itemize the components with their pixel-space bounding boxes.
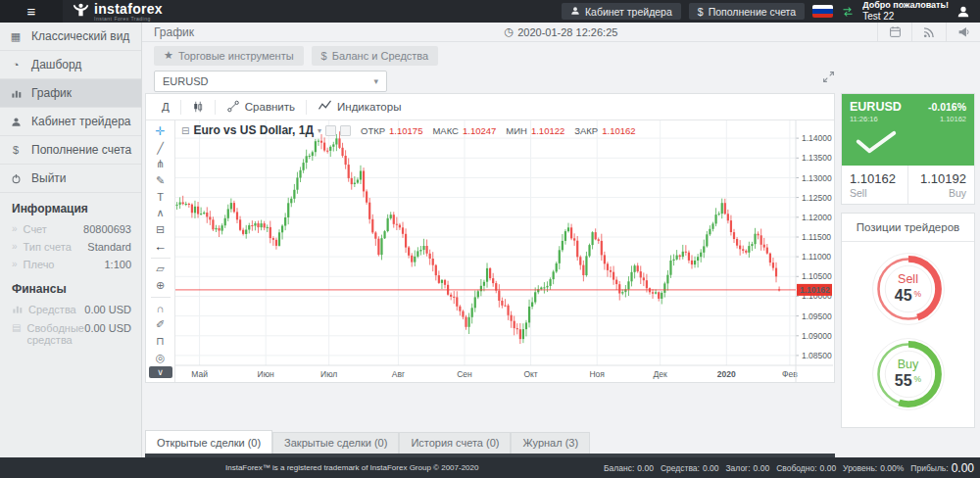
chevron-right-icon: »: [12, 259, 18, 269]
status-item-3: Свободно:0.00: [776, 463, 836, 473]
gann-tool[interactable]: ⋔: [146, 156, 174, 172]
ruler-tool[interactable]: ▱: [146, 261, 174, 277]
brand-tagline: Instant Forex Trading: [94, 17, 163, 22]
balance-funds-button[interactable]: $ Баланс и Средства: [312, 46, 439, 66]
page-title: График: [142, 23, 194, 41]
chart-type-candles-button[interactable]: [184, 100, 212, 114]
svg-text:1.09500: 1.09500: [802, 311, 832, 321]
trader-cabinet-icon: [0, 117, 31, 127]
announcements-icon[interactable]: [946, 23, 980, 41]
svg-text:Сен: Сен: [457, 369, 472, 379]
brush-tool[interactable]: ✎: [146, 172, 174, 189]
sell-quote-button[interactable]: 1.10162 Sell: [842, 166, 908, 204]
clock-icon: ◷: [505, 25, 514, 38]
magnet-tool[interactable]: ∩: [146, 301, 174, 317]
info-section-title: Информация: [0, 193, 141, 220]
sidebar-item-classic-view[interactable]: ▦Классический вид: [0, 23, 141, 51]
chevron-down-icon[interactable]: ▾: [318, 126, 321, 135]
sidebar-item-trader-cabinet[interactable]: Кабинет трейдера: [0, 108, 141, 136]
person-icon: [570, 6, 580, 18]
app: ≡ instaforex Instant Forex Trading Кабин…: [0, 0, 980, 478]
chart-area[interactable]: 1.140001.135001.130001.125001.120001.115…: [175, 120, 834, 382]
crosshair-tool[interactable]: ✛: [146, 123, 174, 140]
tab-1[interactable]: Закрытые сделки (0): [272, 432, 399, 454]
legend-visibility-button[interactable]: [325, 125, 336, 136]
dollar-icon: $: [698, 6, 704, 18]
deposit-button[interactable]: $ Пополнение счета: [689, 3, 805, 20]
tab-2[interactable]: История счета (0): [399, 432, 511, 454]
instaforex-logo-icon: [73, 2, 89, 21]
quote-header[interactable]: EURUSD -0.016% 11:26:16 1.10162: [842, 94, 974, 166]
arrow-tool[interactable]: ←: [146, 238, 174, 255]
tab-3[interactable]: Журнал (3): [511, 432, 590, 454]
eye-tool[interactable]: ◎: [146, 350, 174, 366]
chart-icon: [0, 88, 31, 99]
free-funds-icon: ▤: [12, 322, 21, 333]
tab-0[interactable]: Открытые сделки (0): [145, 430, 272, 454]
chevron-right-icon: »: [12, 223, 18, 234]
low-value: 1.10122: [531, 125, 564, 136]
trend-line-tool[interactable]: ╱: [146, 140, 174, 157]
positions-title: Позиции трейдеров: [842, 214, 974, 242]
buy-quote-button[interactable]: 1.10192 Buy: [908, 166, 974, 204]
welcome-text: Добро пожаловать! Test 22: [862, 0, 949, 23]
sidebar-item-deposit[interactable]: $Пополнение счета: [0, 136, 141, 165]
traders-positions-card: Позиции трейдеров Sell 45%: [841, 213, 975, 428]
trading-instruments-button[interactable]: ★ Торговые инструменты: [154, 46, 304, 66]
status-item-4: Уровень:0.00%: [843, 463, 904, 473]
quote-change: -0.016%: [928, 101, 966, 113]
indicators-button[interactable]: Индикаторы: [310, 100, 409, 114]
compare-button[interactable]: Сравнить: [219, 100, 303, 115]
svg-text:1.10162: 1.10162: [800, 285, 830, 295]
interval-button[interactable]: Д: [154, 101, 177, 113]
language-flag-russia[interactable]: [812, 5, 833, 18]
sidebar-item-chart[interactable]: График: [0, 79, 141, 108]
xabcd-tool[interactable]: ∧: [146, 206, 174, 222]
fullscreen-button[interactable]: [822, 70, 835, 87]
chevron-down-icon: ▾: [373, 76, 378, 86]
calendar-icon[interactable]: [877, 23, 911, 41]
main-toolbar: ★ Торговые инструменты $ Баланс и Средст…: [142, 42, 980, 69]
long-position-tool[interactable]: ⊟: [146, 221, 174, 238]
server-datetime: ◷ 2020-01-28 12:26:25: [142, 23, 980, 41]
svg-text:Июн: Июн: [258, 369, 274, 379]
top-header: ≡ instaforex Instant Forex Trading Кабин…: [0, 0, 980, 23]
menu-toggle-button[interactable]: ≡: [0, 0, 63, 23]
avatar-icon[interactable]: [956, 5, 970, 19]
quote-price: 1.10162: [940, 115, 966, 123]
swap-arrows-icon[interactable]: [841, 6, 855, 18]
drawing-lock-tool[interactable]: ✐: [146, 316, 174, 333]
quote-time: 11:26:16: [850, 115, 878, 123]
rss-icon[interactable]: [911, 23, 946, 41]
text-tool[interactable]: T: [146, 189, 174, 206]
collapse-toolbar-button[interactable]: ∨: [149, 366, 172, 379]
candlestick-chart[interactable]: 1.140001.135001.130001.125001.120001.115…: [175, 120, 833, 382]
status-item-2: Залог:0.00: [725, 463, 769, 473]
info-section: Информация »Счет80800693»Тип счетаStanda…: [0, 193, 141, 273]
checkmark-icon: [850, 123, 966, 164]
svg-text:1.13500: 1.13500: [802, 153, 832, 163]
svg-text:1.10500: 1.10500: [802, 271, 832, 281]
zoom-in-tool[interactable]: ⊕: [146, 277, 174, 294]
chart-legend: ⊟ Euro vs US Dollar, 1Д ▾ ОТКР 1.10175 М…: [181, 123, 636, 137]
brand-logo[interactable]: instaforex Instant Forex Trading: [63, 0, 172, 23]
lock-tool[interactable]: ⊓: [146, 333, 174, 350]
chart-series-title: Euro vs US Dollar, 1Д: [193, 123, 314, 137]
legend-collapse-icon[interactable]: ⊟: [181, 125, 189, 136]
quote-card: EURUSD -0.016% 11:26:16 1.10162: [841, 93, 975, 205]
legend-settings-button[interactable]: [340, 125, 351, 136]
sidebar-item-dashboard[interactable]: ◔Дашборд: [0, 51, 141, 79]
svg-text:Авг: Авг: [392, 369, 405, 379]
sidebar-item-logout[interactable]: Выйти: [0, 165, 141, 193]
info-row: »Тип счетаStandard: [0, 238, 141, 256]
page-titlebar: График ◷ 2020-01-28 12:26:25: [142, 23, 980, 42]
svg-text:1.13000: 1.13000: [802, 173, 832, 183]
cabinet-button[interactable]: Кабинет трейдера: [562, 3, 681, 20]
bottom-tabs: Открытые сделки (0)Закрытые сделки (0)Ис…: [145, 430, 835, 457]
symbol-select[interactable]: EURUSD ▾: [154, 71, 387, 92]
dashboard-icon: ◔: [0, 59, 31, 71]
sell-donut: Sell 45%: [870, 251, 947, 327]
svg-text:1.12500: 1.12500: [802, 193, 832, 203]
svg-text:1.08500: 1.08500: [802, 351, 832, 360]
username: Test 22: [862, 11, 949, 23]
